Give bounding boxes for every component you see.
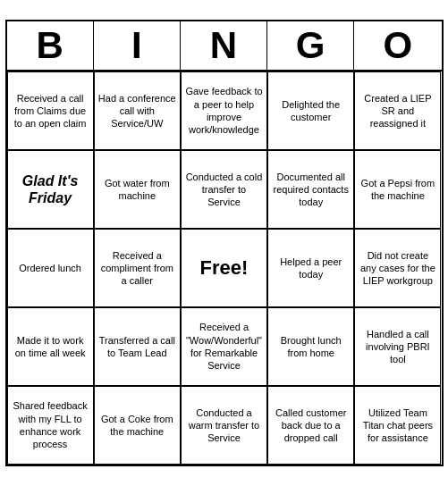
cell-text-9: Got a Pepsi from the machine	[359, 177, 436, 203]
header-letter-g: G	[267, 21, 354, 70]
bingo-cell-21[interactable]: Got a Coke from the machine	[94, 386, 181, 465]
glad-text: Glad It's Friday	[12, 172, 89, 206]
cell-text-22: Conducted a warm transfer to Service	[185, 406, 263, 445]
header-letter-i: I	[94, 21, 181, 70]
bingo-cell-5[interactable]: Glad It's Friday	[7, 150, 94, 229]
bingo-cell-14[interactable]: Did not create any cases for the LIEP wo…	[354, 229, 441, 307]
bingo-cell-18[interactable]: Brought lunch from home	[267, 307, 354, 386]
cell-text-19: Handled a call involving PBRI tool	[359, 328, 436, 366]
cell-text-0: Received a call from Claims due to an op…	[12, 92, 89, 130]
bingo-cell-7[interactable]: Conducted a cold transfer to Service	[181, 150, 267, 229]
cell-text-3: Delighted the customer	[272, 98, 350, 124]
bingo-cell-11[interactable]: Received a compliment from a caller	[94, 229, 181, 307]
cell-text-4: Created a LIEP SR and reassigned it	[359, 92, 436, 130]
header-letter-b: B	[7, 21, 94, 70]
cell-text-13: Helped a peer today	[272, 256, 350, 281]
header-letter-n: N	[181, 21, 267, 70]
cell-text-14: Did not create any cases for the LIEP wo…	[359, 249, 436, 288]
bingo-cell-15[interactable]: Made it to work on time all week	[7, 307, 94, 386]
bingo-cell-19[interactable]: Handled a call involving PBRI tool	[354, 307, 441, 386]
bingo-cell-9[interactable]: Got a Pepsi from the machine	[354, 150, 441, 229]
cell-text-1: Had a conference call with Service/UW	[98, 92, 176, 130]
bingo-cell-17[interactable]: Received a "Wow/Wonderful" for Remarkabl…	[181, 307, 267, 386]
bingo-cell-16[interactable]: Transferred a call to Team Lead	[94, 307, 181, 386]
bingo-cell-1[interactable]: Had a conference call with Service/UW	[94, 71, 181, 150]
bingo-cell-2[interactable]: Gave feedback to a peer to help improve …	[181, 71, 267, 150]
bingo-cell-10[interactable]: Ordered lunch	[7, 229, 94, 307]
bingo-cell-24[interactable]: Utilized Team Titan chat peers for assis…	[354, 386, 441, 465]
cell-text-20: Shared feedback with my FLL to enhance w…	[12, 399, 89, 450]
cell-text-24: Utilized Team Titan chat peers for assis…	[359, 406, 436, 445]
cell-text-15: Made it to work on time all week	[12, 334, 89, 360]
bingo-cell-6[interactable]: Got water from machine	[94, 150, 181, 229]
header-letter-o: O	[354, 21, 441, 70]
cell-text-7: Conducted a cold transfer to Service	[185, 171, 263, 209]
cell-text-21: Got a Coke from the machine	[98, 413, 176, 439]
cell-text-16: Transferred a call to Team Lead	[98, 334, 176, 360]
bingo-cell-3[interactable]: Delighted the customer	[267, 71, 354, 150]
bingo-cell-13[interactable]: Helped a peer today	[267, 229, 354, 307]
cell-text-6: Got water from machine	[98, 177, 176, 203]
bingo-cell-12[interactable]: Free!	[181, 229, 267, 307]
bingo-cell-0[interactable]: Received a call from Claims due to an op…	[7, 71, 94, 150]
cell-text-10: Ordered lunch	[19, 262, 81, 274]
bingo-grid: Received a call from Claims due to an op…	[7, 71, 442, 465]
cell-text-18: Brought lunch from home	[272, 334, 350, 360]
cell-text-17: Received a "Wow/Wonderful" for Remarkabl…	[185, 321, 263, 372]
cell-text-11: Received a compliment from a caller	[98, 249, 176, 288]
bingo-cell-4[interactable]: Created a LIEP SR and reassigned it	[354, 71, 441, 150]
cell-text-23: Called customer back due to a dropped ca…	[272, 406, 350, 445]
cell-text-8: Documented all required contacts today	[272, 171, 350, 209]
bingo-header: BINGO	[7, 21, 442, 71]
cell-text-2: Gave feedback to a peer to help improve …	[185, 85, 263, 136]
bingo-cell-8[interactable]: Documented all required contacts today	[267, 150, 354, 229]
bingo-cell-23[interactable]: Called customer back due to a dropped ca…	[267, 386, 354, 465]
bingo-cell-22[interactable]: Conducted a warm transfer to Service	[181, 386, 267, 465]
bingo-cell-20[interactable]: Shared feedback with my FLL to enhance w…	[7, 386, 94, 465]
bingo-card: BINGO Received a call from Claims due to…	[5, 20, 444, 466]
